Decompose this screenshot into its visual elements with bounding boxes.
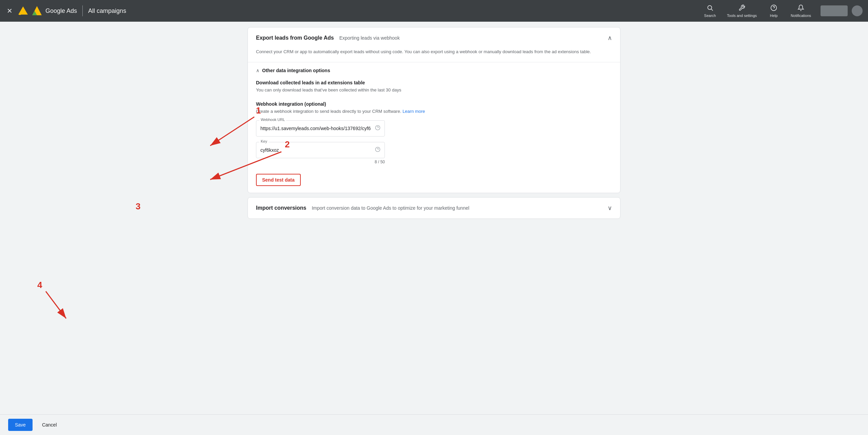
nav-actions: Search Tools and settings Help bbox=[700, 2, 863, 20]
webhook-desc: Create a webhook integration to send lea… bbox=[256, 108, 612, 115]
save-button[interactable]: Save bbox=[8, 419, 33, 431]
notifications-button[interactable]: Notifications bbox=[787, 2, 815, 20]
help-label: Help bbox=[770, 14, 778, 18]
svg-text:4: 4 bbox=[37, 280, 42, 290]
key-label: Key bbox=[259, 139, 269, 143]
help-icon bbox=[770, 4, 777, 13]
search-button[interactable]: Search bbox=[700, 2, 720, 20]
export-leads-card: Export leads from Google Ads Exporting l… bbox=[248, 27, 620, 193]
tools-settings-button[interactable]: Tools and settings bbox=[723, 2, 761, 20]
page-title: All campaigns bbox=[88, 7, 126, 15]
notifications-icon bbox=[797, 4, 804, 13]
bottom-bar: Save Cancel bbox=[0, 414, 868, 435]
other-integration-toggle[interactable]: ∧ Other data integration options bbox=[248, 62, 620, 76]
svg-point-7 bbox=[708, 5, 712, 9]
export-leads-title: Export leads from Google Ads bbox=[256, 35, 334, 41]
download-leads-desc: You can only download leads that've been… bbox=[256, 87, 612, 94]
google-ads-logo: Google Ads bbox=[18, 5, 77, 17]
key-field: Key cyf6kxoz bbox=[256, 142, 385, 158]
other-integration-label: Other data integration options bbox=[262, 68, 330, 73]
webhook-url-label: Webhook URL bbox=[259, 118, 286, 122]
import-expand-chevron[interactable]: ∨ bbox=[608, 204, 612, 212]
key-char-count: 8 / 50 bbox=[256, 160, 385, 164]
user-menu-dot[interactable] bbox=[852, 5, 863, 16]
help-button[interactable]: Help bbox=[764, 2, 784, 20]
learn-more-link[interactable]: Learn more bbox=[402, 109, 425, 114]
main-content: Export leads from Google Ads Exporting l… bbox=[0, 22, 868, 250]
card-header-left: Export leads from Google Ads Exporting l… bbox=[256, 35, 400, 41]
notifications-label: Notifications bbox=[791, 14, 811, 18]
search-icon bbox=[707, 4, 713, 13]
chevron-up-icon: ∧ bbox=[256, 68, 259, 73]
key-input[interactable]: cyf6kxoz bbox=[256, 142, 385, 158]
svg-line-21 bbox=[46, 291, 66, 318]
search-label: Search bbox=[704, 14, 716, 18]
user-avatar[interactable] bbox=[821, 5, 848, 16]
collapse-chevron[interactable]: ∧ bbox=[608, 34, 612, 42]
nav-divider bbox=[82, 5, 83, 16]
card-header: Export leads from Google Ads Exporting l… bbox=[248, 27, 620, 48]
google-ads-logo-colored bbox=[31, 5, 43, 17]
webhook-url-field: Webhook URL https://u1.savemyleads.com/w… bbox=[256, 120, 385, 137]
url-help-icon[interactable] bbox=[375, 125, 380, 132]
download-leads-title: Download collected leads in ad extension… bbox=[256, 80, 612, 85]
cancel-button[interactable]: Cancel bbox=[37, 419, 62, 431]
key-help-icon[interactable] bbox=[375, 147, 380, 153]
webhook-title: Webhook integration (optional) bbox=[256, 101, 612, 107]
export-leads-subtitle: Exporting leads via webhook bbox=[339, 35, 400, 41]
import-card-subtitle: Import conversion data to Google Ads to … bbox=[312, 205, 469, 211]
import-card-left: Import conversions Import conversion dat… bbox=[256, 205, 469, 211]
content-wrapper: Export leads from Google Ads Exporting l… bbox=[248, 27, 620, 223]
top-navigation: ✕ Google Ads All campaigns bbox=[0, 0, 868, 22]
webhook-url-value: https://u1.savemyleads.com/web-hooks/137… bbox=[260, 126, 375, 131]
send-test-data-button[interactable]: Send test data bbox=[256, 174, 301, 186]
import-card-title: Import conversions bbox=[256, 205, 306, 211]
close-button[interactable]: ✕ bbox=[5, 7, 14, 15]
tools-icon bbox=[738, 4, 745, 13]
key-value: cyf6kxoz bbox=[260, 147, 375, 153]
import-conversions-card: Import conversions Import conversion dat… bbox=[248, 197, 620, 219]
import-card-header: Import conversions Import conversion dat… bbox=[248, 198, 620, 219]
google-ads-logo-icon bbox=[18, 5, 28, 16]
logo-text: Google Ads bbox=[45, 7, 77, 15]
download-leads-section: Download collected leads in ad extension… bbox=[248, 76, 620, 99]
webhook-url-input[interactable]: https://u1.savemyleads.com/web-hooks/137… bbox=[256, 120, 385, 137]
tools-label: Tools and settings bbox=[727, 14, 757, 18]
card-description: Connect your CRM or app to automatically… bbox=[248, 48, 620, 62]
webhook-section: Webhook integration (optional) Create a … bbox=[248, 99, 620, 171]
svg-line-8 bbox=[711, 9, 713, 11]
